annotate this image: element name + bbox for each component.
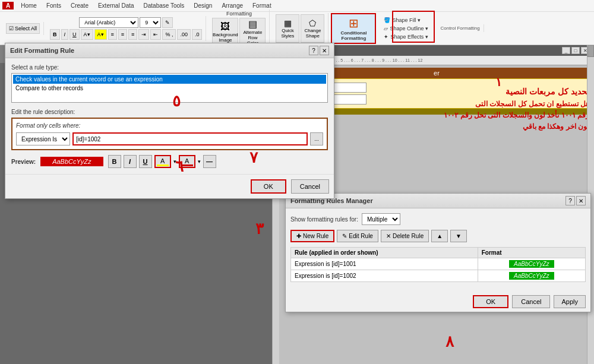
table-row[interactable]: Expression is [id]=1002 AaBbCcYyZz: [291, 270, 586, 282]
show-for-select[interactable]: Multiple: [362, 213, 400, 225]
shape-group: 🪣 Shape Fill ▾ ▱ Shape Outline ▾ ✦ Shape…: [382, 17, 430, 40]
move-down-button[interactable]: ▼: [450, 230, 467, 242]
shape-effects-dropdown[interactable]: ▾: [425, 34, 428, 40]
dialog-title: Edit Formatting Rule: [10, 47, 74, 54]
styles-group: ▦ Quick Styles ⬠ Change Shape: [272, 13, 328, 44]
select-all-button[interactable]: ☑ Select All: [6, 23, 40, 34]
change-shape-button[interactable]: ⬠ Change Shape: [301, 14, 324, 43]
shape-outline-dropdown[interactable]: ▾: [425, 26, 428, 31]
app-logo: A: [2, 2, 14, 10]
dialog-body: Select a rule type: Check values in the …: [5, 58, 334, 174]
menu-bar: A Home Fonts Create External Data Databa…: [0, 0, 594, 12]
highlight-button[interactable]: A▾: [94, 29, 107, 40]
underline-button[interactable]: U: [69, 29, 80, 40]
font-color-button[interactable]: A▾: [81, 29, 93, 40]
move-up-button[interactable]: ▲: [431, 230, 448, 242]
rule-type-compare[interactable]: Compare to other records: [13, 84, 326, 93]
show-for-row: Show formatting rules for: Multiple: [290, 213, 586, 225]
align-center-button[interactable]: ≡: [118, 29, 127, 40]
rules-toolbar: ✚ New Rule ✎ Edit Rule ✕ Delete Rule ▲ ▼: [290, 230, 586, 242]
menu-design[interactable]: Design: [191, 2, 214, 9]
number-format-btn[interactable]: % ,: [162, 29, 176, 40]
bold-button[interactable]: B: [50, 29, 60, 40]
annotation-8: ٨: [446, 333, 454, 351]
decimal-decrease-btn[interactable]: .0: [192, 29, 203, 40]
font-group: Arial (Arabic) 9 ✎ B I U A▾ A▾ ≡ ≡ ≡ ⇥ ⇤…: [46, 16, 206, 41]
preview-underline-button[interactable]: U: [139, 155, 152, 168]
dropdown-arrow-font[interactable]: ▾: [198, 159, 201, 164]
quick-styles-button[interactable]: ▦ Quick Styles: [276, 14, 299, 43]
rules-cancel-button[interactable]: Cancel: [512, 295, 550, 308]
menu-create[interactable]: Create: [68, 2, 91, 9]
rules-close-button[interactable]: ✕: [576, 196, 586, 205]
cond-format-group: ⊞ Conditional Formatting: [331, 13, 376, 44]
bg-color-icon: A: [160, 157, 165, 164]
rules-ok-button[interactable]: OK: [473, 295, 508, 308]
rule-type-expression[interactable]: Check values in the current record or us…: [13, 75, 326, 84]
shape-effects-item[interactable]: ✦ Shape Effects ▾: [382, 33, 430, 40]
menu-external-data[interactable]: External Data: [96, 2, 137, 9]
annotation-5: ٥: [172, 92, 181, 110]
help-button[interactable]: ?: [309, 46, 318, 55]
preview-italic-button[interactable]: I: [124, 155, 137, 168]
clear-format-button[interactable]: —: [203, 155, 216, 168]
menu-format[interactable]: Format: [250, 2, 274, 9]
decimal-increase-btn[interactable]: .00: [177, 29, 191, 40]
font-name-select[interactable]: Arial (Arabic): [79, 17, 138, 28]
edit-rule-button[interactable]: ✎ Edit Rule: [337, 230, 378, 242]
condition-type-select[interactable]: Expression Is: [16, 132, 70, 145]
menu-database-tools[interactable]: Database Tools: [141, 2, 187, 9]
format-painter-button[interactable]: ✎: [162, 17, 173, 28]
rules-apply-button[interactable]: Apply: [554, 295, 586, 308]
col-rule-header: Rule (applied in order shown): [291, 248, 478, 258]
change-shape-icon: ⬠: [309, 18, 316, 28]
window-controls: _ □ ✕: [562, 47, 589, 54]
minimize-button[interactable]: _: [562, 47, 570, 54]
maximize-button[interactable]: □: [571, 47, 580, 54]
arabic-annotation: تحديد كل مربعات النصية هل تستطيع ان تحمل…: [444, 87, 589, 133]
preview-bold-button[interactable]: B: [108, 155, 121, 168]
rules-help-button[interactable]: ?: [565, 196, 575, 205]
alternate-row-button[interactable]: ▤ Alternate Row Color: [239, 18, 266, 46]
rule-expression-cell: Expression is [id]=1002: [291, 270, 478, 282]
shape-fill-icon: 🪣: [384, 17, 390, 23]
edit-desc-label: Edit the rule description:: [11, 109, 328, 115]
table-row[interactable]: Expression is [id]=1001 AaBbCcYyZz: [291, 258, 586, 270]
annotation-3: ٣: [255, 220, 264, 238]
arabic-para1: هل تستطيع ان تحمل كل السجلات التى رقم ١٠…: [444, 99, 589, 133]
outdent-button[interactable]: ⇤: [150, 29, 161, 40]
font-size-select[interactable]: 9: [140, 17, 161, 28]
condition-dots-button[interactable]: ...: [310, 132, 323, 145]
italic-button[interactable]: I: [61, 29, 69, 40]
quick-styles-icon: ▦: [284, 18, 292, 28]
align-right-button[interactable]: ≡: [128, 29, 137, 40]
right-scroll-thumb[interactable]: [587, 45, 594, 57]
menu-fonts[interactable]: Fonts: [44, 2, 64, 9]
delete-rule-button[interactable]: ✕ Delete Rule: [381, 230, 429, 242]
menu-home[interactable]: Home: [18, 2, 39, 9]
titlebar-buttons: ? ✕: [309, 46, 329, 55]
annotation-7: ٧: [249, 148, 258, 167]
shape-fill-dropdown[interactable]: ▾: [418, 17, 421, 23]
align-left-button[interactable]: ≡: [108, 29, 117, 40]
indent-button[interactable]: ⇥: [138, 29, 149, 40]
rules-body: Show formatting rules for: Multiple ✚ Ne…: [286, 208, 590, 292]
col-format-header: Format: [478, 248, 585, 258]
background-image-button[interactable]: 🖼 Background Image: [212, 18, 238, 46]
annotation-1: ١: [495, 75, 502, 89]
condition-value-input[interactable]: [72, 132, 308, 145]
rule-format-cell: AaBbCcYyZz: [478, 270, 585, 282]
preview-bg-color-button[interactable]: A: [154, 155, 171, 168]
cancel-button[interactable]: Cancel: [291, 179, 329, 194]
menu-arrange[interactable]: Arrange: [219, 2, 245, 9]
alternate-row-icon: ▤: [248, 18, 257, 30]
close-dialog-button[interactable]: ✕: [320, 46, 329, 55]
format-toolbar: B I U A ▾ A ▾ —: [108, 155, 216, 168]
format-sample: AaBbCcYyZz: [509, 272, 554, 280]
conditional-formatting-button[interactable]: ⊞ Conditional Formatting: [336, 15, 371, 42]
shape-outline-item[interactable]: ▱ Shape Outline ▾: [382, 25, 430, 32]
ok-button[interactable]: OK: [251, 179, 286, 194]
shape-fill-item[interactable]: 🪣 Shape Fill ▾: [382, 17, 430, 24]
rules-table: Rule (applied in order shown) Format Exp…: [290, 247, 586, 282]
new-rule-button[interactable]: ✚ New Rule: [290, 230, 334, 242]
